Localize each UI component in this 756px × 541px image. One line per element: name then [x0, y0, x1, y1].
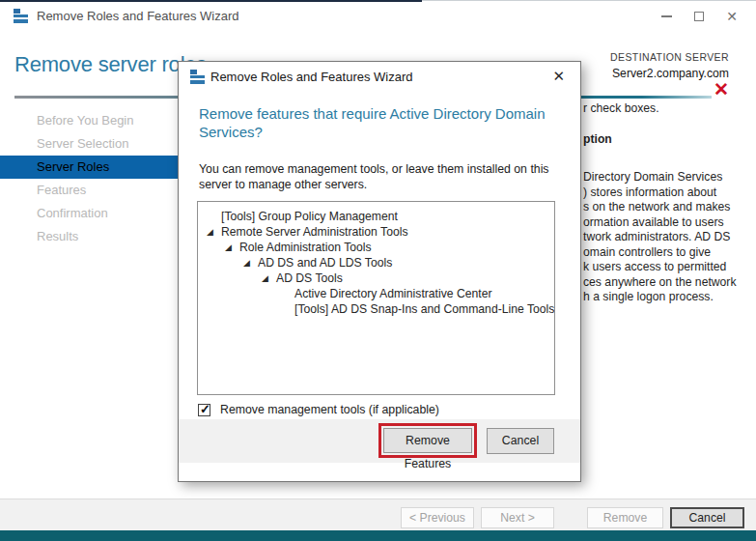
feature-tree-item[interactable]: ◢ [Tools] Group Policy Management [198, 209, 554, 224]
feature-tree-item-label: AD DS Tools [276, 271, 343, 285]
tree-expand-icon[interactable]: ◢ [243, 255, 258, 270]
window-bottom-edge [0, 530, 756, 541]
tree-expand-icon[interactable]: ◢ [207, 224, 221, 240]
close-button[interactable]: ✕ [715, 2, 748, 31]
feature-tree-item-label: AD DS and AD LDS Tools [258, 256, 392, 270]
footer-button-bar: < PreviousNext >RemoveCancel [0, 499, 756, 530]
wizard-nav-item[interactable]: Before You Begin [0, 109, 181, 132]
server-manager-wizard-icon [190, 70, 206, 85]
wizard-footer-button[interactable]: < Previous [401, 507, 474, 528]
maximize-icon [694, 12, 704, 21]
titlebar[interactable]: Remove Roles and Features Wizard ✕ [0, 2, 756, 31]
checkmark-icon: ✓ [200, 402, 210, 416]
feature-tree-item[interactable]: ◢ [Tools] AD DS Snap-Ins and Command-Lin… [198, 301, 554, 317]
dialog-title: Remove Roles and Features Wizard [210, 70, 413, 84]
help-text-line: ces anywhere on the network [583, 275, 755, 291]
remove-tools-checkbox-row[interactable]: ✓ Remove management tools (if applicable… [198, 402, 439, 417]
destination-server-block: DESTINATION SERVER Server2.company.com [610, 51, 729, 80]
wizard-window: Remove Roles and Features Wizard ✕ Remov… [0, 0, 756, 541]
wizard-nav-item[interactable]: Confirmation [0, 202, 181, 225]
window-controls: ✕ [650, 2, 748, 31]
destination-server-label: DESTINATION SERVER [610, 51, 729, 63]
server-manager-wizard-icon [14, 9, 29, 24]
annotation-red-box: Remove Features [378, 423, 477, 458]
help-panel-text: r check boxes.ptionDirectory Domain Serv… [583, 101, 755, 305]
feature-tree-item-label: [Tools] Group Policy Management [221, 210, 398, 223]
help-text-line: ormation available to users [583, 215, 755, 231]
feature-tree-item[interactable]: ◢ AD DS Tools [198, 270, 554, 286]
feature-tree-item-label: [Tools] AD DS Snap-Ins and Command-Line … [294, 302, 554, 316]
dialog-cancel-button[interactable]: Cancel [487, 428, 554, 454]
feature-tree-item[interactable]: ◢ Active Directory Administrative Center [198, 286, 554, 301]
dialog-close-icon[interactable]: ✕ [552, 68, 565, 85]
minimize-icon [661, 15, 672, 17]
wizard-footer-button[interactable]: Cancel [670, 507, 744, 528]
feature-tree-item-label: Active Directory Administrative Center [294, 287, 492, 300]
help-text-line: k users access to permitted [583, 260, 755, 275]
help-text-line: ) stores information about [583, 185, 755, 201]
maximize-button[interactable] [683, 2, 715, 31]
wizard-nav: Before You BeginServer SelectionServer R… [0, 109, 181, 248]
red-x-error-icon: ✕ [714, 80, 729, 99]
wizard-nav-item[interactable]: Server Selection [0, 132, 181, 156]
help-text-line: r check boxes. [583, 101, 755, 117]
tree-expand-icon[interactable]: ◢ [262, 270, 276, 286]
help-text-line: s on the network and makes [583, 200, 755, 215]
remove-features-dialog: Remove Roles and Features Wizard ✕ Remov… [178, 61, 581, 482]
feature-tree-item-label: Role Administration Tools [239, 241, 372, 254]
wizard-nav-item[interactable]: Features [0, 179, 181, 202]
destination-server-name: Server2.company.com [610, 67, 729, 80]
wizard-nav-item[interactable]: Server Roles [0, 156, 181, 179]
close-icon: ✕ [726, 9, 738, 24]
feature-tree-item-label: Remote Server Administration Tools [221, 225, 408, 239]
remove-tools-checkbox-label: Remove management tools (if applicable) [220, 403, 439, 416]
feature-tree-item[interactable]: ◢ AD DS and AD LDS Tools [198, 255, 554, 270]
dialog-heading: Remove features that require Active Dire… [199, 104, 575, 141]
tree-expand-icon[interactable]: ◢ [225, 240, 239, 255]
wizard-footer-button[interactable]: Next > [481, 507, 554, 528]
help-text-line: ption [583, 132, 755, 148]
dialog-footer: Remove Features Cancel [179, 419, 580, 463]
dialog-titlebar[interactable]: Remove Roles and Features Wizard ✕ [179, 62, 580, 93]
dialog-body-text: You can remove management tools, or leav… [199, 161, 575, 192]
help-text-line: Directory Domain Services [583, 170, 755, 185]
remove-tools-checkbox[interactable]: ✓ [198, 404, 210, 416]
wizard-nav-item[interactable]: Results [0, 225, 181, 248]
window-title: Remove Roles and Features Wizard [37, 2, 239, 31]
minimize-button[interactable] [650, 2, 683, 31]
wizard-footer-button[interactable]: Remove [587, 507, 663, 528]
help-text-line: h a single logon process. [583, 290, 755, 305]
feature-tree-item[interactable]: ◢ Role Administration Tools [198, 240, 554, 255]
help-text-line: omain controllers to give [583, 245, 755, 261]
remove-features-button[interactable]: Remove Features [383, 428, 472, 453]
help-text-line: twork administrators. AD DS [583, 230, 755, 245]
feature-tree-item[interactable]: ◢ Remote Server Administration Tools [198, 224, 554, 240]
feature-tree-list[interactable]: ◢ [Tools] Group Policy Management ◢ Remo… [197, 201, 555, 395]
